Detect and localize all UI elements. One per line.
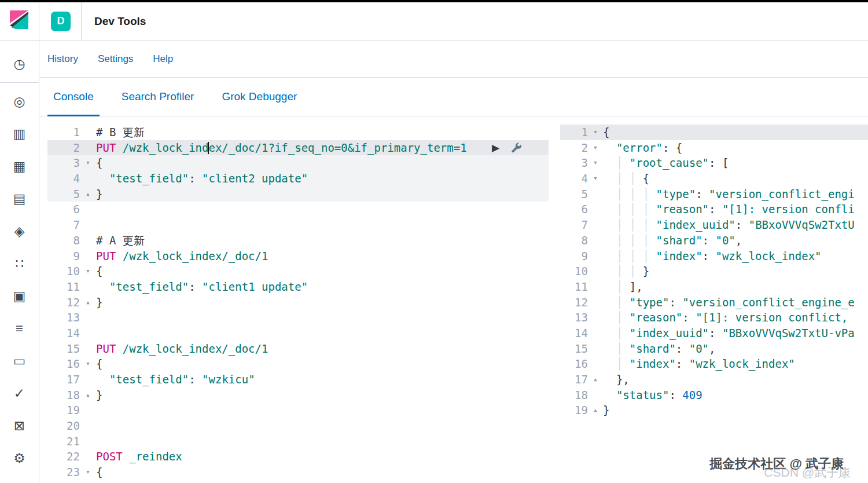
sidebar-item-metrics[interactable]: ▣ [0, 280, 39, 312]
fold-toggle-icon[interactable]: ▴ [588, 402, 603, 418]
code-line[interactable]: 13 │ "reason": "[1]: version conflict, [560, 310, 868, 325]
sidebar-item-discover[interactable]: ◎ [0, 85, 39, 118]
code-text: } [96, 186, 549, 202]
sidebar-item-siem[interactable]: ⊠ [0, 409, 39, 442]
fold-toggle-icon[interactable]: ▾ [588, 140, 603, 156]
pane-splitter[interactable] [549, 125, 560, 483]
code-line[interactable]: 19 [47, 402, 549, 418]
code-line[interactable]: 14 [47, 325, 549, 341]
code-line[interactable]: 15PUT /wzk_lock_index/_doc/1 [47, 341, 549, 357]
sidebar-item-maps[interactable]: ◈ [0, 215, 39, 247]
fold-spacer [80, 279, 96, 295]
code-line[interactable]: 1▾{ [560, 125, 868, 140]
fold-toggle-icon[interactable]: ▾ [588, 155, 603, 171]
code-line[interactable]: 2PUT /wzk_lock_index/_doc/1?if_seq_no=0&… [47, 140, 549, 156]
code-line[interactable]: 9PUT /wzk_lock_index/_doc/1 [47, 248, 549, 264]
code-line[interactable]: 11 "test_field": "client1 update" [47, 279, 549, 295]
code-line[interactable]: 4 "test_field": "client2 update" [47, 171, 549, 186]
rail-divider [0, 82, 39, 83]
code-line[interactable]: 6 │ │ │ "reason": "[1]: version confli [560, 202, 868, 217]
code-line[interactable]: 16 │ "index": "wzk_lock_index" [560, 356, 868, 372]
code-line[interactable]: 13 [47, 310, 549, 325]
code-line[interactable]: 17 "test_field": "wzkicu" [47, 372, 549, 387]
tab-grok-debugger[interactable]: Grok Debugger [216, 78, 303, 116]
code-line[interactable]: 19▴} [560, 402, 868, 418]
tab-console[interactable]: Console [47, 78, 100, 116]
code-line[interactable]: 11 │ ], [560, 279, 868, 295]
visualize-icon: ▥ [13, 126, 26, 142]
code-line[interactable]: 3▾{ [47, 155, 549, 171]
code-line[interactable]: 2▾ "error": { [560, 140, 868, 156]
code-line[interactable]: 6 [47, 202, 549, 217]
code-line[interactable]: 5 │ │ │ "type": "version_conflict_engi [560, 186, 868, 202]
code-line[interactable]: 10▾{ [47, 264, 549, 279]
sidebar-item-dashboard[interactable]: ▦ [0, 150, 39, 182]
fold-spacer [588, 325, 603, 341]
nav-help[interactable]: Help [153, 53, 173, 65]
code-line[interactable]: 9 │ │ │ "index": "wzk_lock_index" [560, 248, 868, 264]
fold-toggle-icon[interactable]: ▴ [80, 186, 96, 202]
code-line[interactable]: 15 │ "shard": "0", [560, 341, 868, 357]
token-pn: }, [616, 373, 630, 386]
sidebar-item-canvas[interactable]: ▤ [0, 182, 39, 215]
sidebar-item-visualize[interactable]: ▥ [0, 118, 39, 150]
gutter: 18 [560, 387, 603, 403]
space-selector-badge[interactable]: D [51, 12, 71, 31]
code-line[interactable]: 18 "status": 409 [560, 387, 868, 403]
token-mth: PUT [96, 141, 123, 154]
code-line[interactable]: 23▾{ [47, 464, 549, 480]
code-line[interactable]: 21 [47, 434, 549, 449]
code-line[interactable]: 17▴ }, [560, 372, 868, 387]
nav-settings[interactable]: Settings [98, 53, 133, 65]
fold-toggle-icon[interactable]: ▾ [80, 464, 96, 480]
line-number: 14 [560, 325, 588, 341]
code-text: "test_field": "client2 update" [96, 171, 549, 186]
fold-toggle-icon[interactable]: ▾ [588, 171, 603, 186]
token-pn: : [703, 250, 716, 262]
nav-history[interactable]: History [47, 53, 78, 65]
code-line[interactable]: 16▾{ [47, 356, 549, 372]
code-line[interactable]: 12 │ "type": "version_conflict_engine_e [560, 295, 868, 310]
code-line[interactable]: 7 │ │ │ "index_uuid": "BBxoVVVqSw2TxtU [560, 217, 868, 233]
code-line[interactable]: 12▴} [47, 295, 549, 310]
sidebar-item-apm[interactable]: ▭ [0, 345, 39, 377]
code-line[interactable]: 7 [47, 217, 549, 233]
sidebar-item-recently-viewed[interactable]: ◷ [0, 47, 39, 80]
token-mth: PUT [96, 250, 123, 262]
sidebar-item-logs[interactable]: ≡ [0, 312, 39, 345]
code-line[interactable]: 20 [47, 418, 549, 434]
request-options-button[interactable] [511, 142, 522, 153]
token-pn: , [709, 342, 715, 355]
fold-toggle-icon[interactable]: ▴ [588, 372, 603, 387]
code-line[interactable]: 3▾ │ "root_cause": [ [560, 155, 868, 171]
token-str: "client2 update" [202, 172, 308, 185]
code-line[interactable]: 14 │ "index_uuid": "BBxoVVVqSw2TxtU-vPa [560, 325, 868, 341]
code-line[interactable]: 10 │ │ } [560, 264, 868, 279]
request-editor[interactable]: 1# B 更新2PUT /wzk_lock_index/_doc/1?if_se… [47, 125, 549, 483]
sidebar-item-machine-learning[interactable]: ∷ [0, 247, 39, 280]
tab-search-profiler[interactable]: Search Profiler [116, 78, 200, 116]
fold-toggle-icon[interactable]: ▴ [80, 387, 96, 403]
code-line[interactable]: 4▾ │ │ { [560, 171, 868, 186]
fold-toggle-icon[interactable]: ▾ [80, 264, 96, 279]
token-str: "[1]: version conflict, [696, 311, 848, 324]
gutter: 19▴ [560, 402, 603, 418]
code-line[interactable]: 22POST _reindex [47, 449, 549, 464]
code-line[interactable]: 18▴} [47, 387, 549, 403]
fold-toggle-icon[interactable]: ▾ [80, 155, 96, 171]
sidebar-item-uptime[interactable]: ✓ [0, 377, 39, 409]
code-line[interactable]: 1# B 更新 [47, 125, 549, 140]
kibana-logo[interactable] [0, 2, 39, 40]
sidebar-item-dev-tools[interactable]: ⚙ [0, 442, 39, 474]
fold-toggle-icon[interactable]: ▴ [80, 295, 96, 310]
code-line[interactable]: 8 │ │ │ "shard": "0", [560, 233, 868, 248]
fold-toggle-icon[interactable]: ▾ [80, 356, 96, 372]
code-text: "error": { [603, 140, 868, 156]
gutter: 6 [560, 202, 603, 217]
fold-toggle-icon[interactable]: ▾ [588, 125, 603, 140]
response-viewer[interactable]: 1▾{2▾ "error": {3▾ │ "root_cause": [4▾ │… [560, 125, 868, 483]
code-line[interactable]: 5▴} [47, 186, 549, 202]
fold-spacer [80, 248, 96, 264]
send-request-button[interactable]: ▶ [492, 140, 499, 156]
code-line[interactable]: 8# A 更新 [47, 233, 549, 248]
